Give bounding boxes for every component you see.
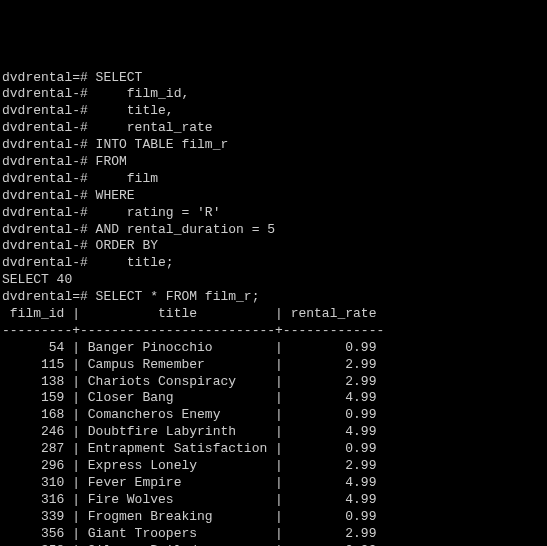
terminal-output[interactable]: dvdrental=# SELECT dvdrental-# film_id, … <box>2 70 545 546</box>
